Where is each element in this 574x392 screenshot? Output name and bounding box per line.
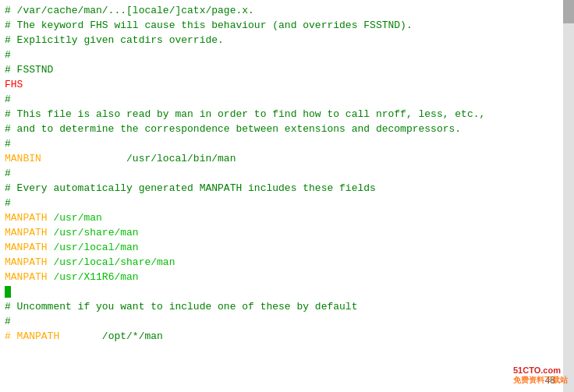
code-line: #	[5, 284, 569, 299]
code-lines: # /var/cache/man/...[locale/]catx/page.x…	[5, 3, 569, 344]
code-line: # Every automatically generated MANPATH …	[5, 181, 569, 196]
code-line: MANBIN /usr/local/bin/man	[5, 151, 569, 166]
code-line: # Explicitly given catdirs override.	[5, 33, 569, 48]
code-line: #	[5, 196, 569, 210]
scrollbar-thumb[interactable]	[563, 0, 574, 23]
code-line: MANPATH /usr/X11R6/man	[5, 270, 569, 284]
code-line: # The keyword FHS will cause this behavi…	[5, 18, 569, 33]
code-line: #	[5, 92, 569, 107]
code-line: MANPATH /usr/local/share/man	[5, 255, 569, 270]
scrollbar[interactable]	[563, 0, 574, 392]
code-line: # This file is also read by man in order…	[5, 107, 569, 122]
code-line: #	[5, 166, 569, 181]
code-line: # FSSTND	[5, 62, 569, 77]
code-line: #	[5, 314, 569, 329]
code-line: FHS	[5, 77, 569, 92]
code-line: #	[5, 136, 569, 151]
watermark: 51CTO.com免费资料下载站	[513, 366, 568, 386]
code-line: #	[5, 48, 569, 62]
code-line: MANPATH /usr/man	[5, 210, 569, 225]
code-line: # Uncomment if you want to include one o…	[5, 299, 569, 314]
code-editor: # /var/cache/man/...[locale/]catx/page.x…	[0, 0, 574, 392]
code-line: MANPATH /usr/share/man	[5, 225, 569, 240]
code-line: # /var/cache/man/...[locale/]catx/page.x…	[5, 3, 569, 18]
code-line: # MANPATH /opt/*/man	[5, 329, 569, 344]
code-line: MANPATH /usr/local/man	[5, 240, 569, 255]
code-line: # and to determine the correspondence be…	[5, 122, 569, 136]
